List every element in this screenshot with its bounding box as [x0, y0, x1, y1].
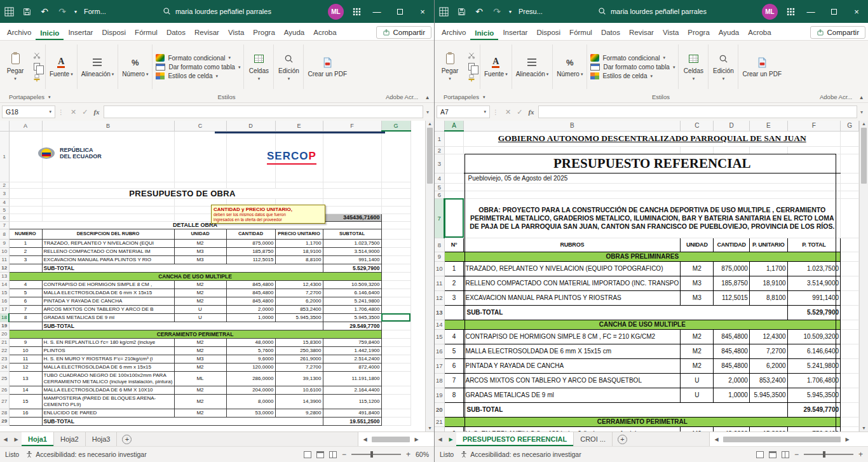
avatar[interactable]: ML	[328, 4, 344, 20]
share-button[interactable]: Compartir	[810, 26, 865, 39]
cell-precio[interactable]: 18,9100	[275, 247, 323, 255]
table-header[interactable]: N°	[444, 238, 464, 252]
cell-unidad[interactable]: U	[681, 373, 714, 388]
table-row[interactable]: 19 8 GRADAS METALICAS DE 9 ml U 1,0000 5…	[435, 388, 859, 402]
zoom-slider[interactable]	[804, 454, 853, 455]
cell-numero[interactable]: 4	[444, 329, 464, 344]
row-header[interactable]: 11	[435, 276, 444, 290]
row-header[interactable]: 16	[0, 297, 9, 305]
table-header[interactable]: CANTIDAD	[226, 229, 275, 239]
cell-descripcion[interactable]: ENLUCIDO DE PARED	[42, 409, 174, 417]
table-row[interactable]: 14 4 CONTRAPISO DE HORMIGON SIMPLE 8 CM …	[0, 280, 410, 289]
row-header[interactable]: 10	[435, 261, 444, 276]
cancel-icon[interactable]: ✕	[505, 108, 511, 116]
cell-unidad[interactable]: M2	[174, 409, 226, 417]
table-row[interactable]: 17 7 ARCOS MIXTOS CON TABLERO Y ARCO DE …	[0, 305, 410, 313]
cell-unidad[interactable]: ML	[174, 371, 226, 386]
row-header[interactable]: 6	[435, 191, 444, 198]
sheet-nav-right-icon[interactable]: ▶	[445, 432, 456, 446]
row-header[interactable]: 12	[0, 264, 9, 272]
column-header[interactable]: C	[681, 121, 714, 131]
cell-subtotal[interactable]: 1.706,4800	[323, 305, 381, 313]
cell-cantidad[interactable]: 1,0000	[714, 388, 750, 402]
cell-ptotal[interactable]: 1.706,4800	[787, 373, 840, 388]
table-header[interactable]: P. TOTAL	[787, 238, 840, 252]
cell-cantidad[interactable]: 845,4800	[226, 289, 275, 297]
section-header-row[interactable]: 9 OBRAS PRELIMINARES	[435, 252, 859, 261]
tab-archivo[interactable]: Archivo	[437, 25, 470, 40]
cell-numero[interactable]: 9	[444, 426, 464, 431]
cell-precio[interactable]: 12,4300	[275, 280, 323, 289]
cell-cantidad[interactable]: 845,4800	[714, 344, 750, 358]
cell-descripcion[interactable]: TRAZADO, REPLANTEO Y NIVELACION (EQUI	[42, 239, 174, 247]
quick-access-caret-icon[interactable]: ▾	[506, 9, 515, 15]
row-header[interactable]: 10	[0, 247, 9, 255]
row-header[interactable]: 29	[0, 417, 9, 425]
row-header[interactable]: 6	[0, 214, 9, 221]
cell-unidad[interactable]: M2	[174, 386, 226, 394]
cell-rubro[interactable]: MALLA ELECTROSOLDADA DE 6 mm X 15x15 cm	[464, 344, 681, 358]
cell-numero[interactable]: 8	[444, 388, 464, 402]
cell-rubro[interactable]: H. S. EN REPLANTILLO f'c= 180 kg/cm2 (in…	[464, 426, 681, 431]
tab-insertar[interactable]: Insertar	[498, 25, 532, 40]
row-header[interactable]: 16	[435, 344, 444, 358]
subtotal-row[interactable]: 13 SUB-TOTAL 5.529,7900	[435, 305, 859, 320]
tab-insertar[interactable]: Insertar	[64, 25, 97, 40]
enter-icon[interactable]: ✓	[517, 108, 522, 116]
cell-descripcion[interactable]: TUBO CUADRADO NEGRO DE 100x100x2mm PARA …	[42, 371, 174, 386]
cell-punitario[interactable]: 7,2700	[749, 344, 787, 358]
table-row[interactable]: 11 2 RELLENO COMPACTADO CON MATERIAL IMP…	[435, 276, 859, 290]
row-header[interactable]: 4	[0, 198, 9, 206]
cell-unidad[interactable]: M2	[681, 426, 714, 431]
horizontal-scrollbar[interactable]: ◀ ▶	[358, 432, 434, 446]
cell-numero[interactable]: 2	[9, 247, 42, 255]
table-header[interactable]: CANTIDAD	[714, 238, 750, 252]
cell-cantidad[interactable]: 185,8750	[226, 247, 275, 255]
cell-cantidad[interactable]: 8,0000	[226, 394, 275, 409]
row-header[interactable]: 20	[435, 402, 444, 417]
cell-numero[interactable]: 10	[9, 346, 42, 355]
cell-numero[interactable]: 5	[9, 289, 42, 297]
sheet-nav-right-icon[interactable]: ▶	[11, 432, 22, 446]
enter-icon[interactable]: ✓	[82, 108, 88, 116]
row-header[interactable]: 28	[0, 409, 9, 417]
table-row[interactable]: 15 4 CONTRAPISO DE HORMIGON SIMPLE 8 CM …	[435, 329, 859, 344]
sheet-tab-croi[interactable]: CROI ...	[574, 432, 613, 446]
cell-precio[interactable]: 853,2400	[275, 305, 323, 313]
alignment-group-button[interactable]: Alineación▾	[78, 42, 118, 92]
cell-unidad[interactable]: M2	[174, 394, 226, 409]
cell-numero[interactable]: 15	[9, 394, 42, 409]
cell-numero[interactable]: 4	[9, 280, 42, 289]
add-sheet-button[interactable]: +	[122, 435, 132, 444]
cell-punitario[interactable]: 6,2000	[749, 358, 787, 373]
tab-inicio[interactable]: Inicio	[470, 26, 498, 41]
zoom-in-icon[interactable]: +	[858, 450, 863, 459]
cell-unidad[interactable]: M2	[174, 280, 226, 289]
cell-numero[interactable]: 14	[9, 386, 42, 394]
horizontal-scrollbar[interactable]: ◀ ▶	[709, 432, 868, 446]
cell-punitario[interactable]: 5.945,3500	[749, 388, 787, 402]
row-header[interactable]: 13	[435, 305, 444, 320]
table-row[interactable]: 15 5 MALLA ELECTROSOLDADA DE 6 mm X 15x1…	[0, 289, 410, 297]
cell-styles-button[interactable]: Estilos de celda▾	[590, 72, 675, 79]
row-header[interactable]: 2	[435, 146, 444, 154]
tab-ayuda[interactable]: Ayuda	[714, 25, 743, 40]
table-row[interactable]: 28 16 ENLUCIDO DE PARED M2 53,0000 9,280…	[0, 409, 410, 417]
font-group-button[interactable]: A Fuente▾	[481, 42, 511, 92]
cell-subtotal[interactable]: 11.191,1800	[323, 371, 381, 386]
cell-unidad[interactable]: U	[174, 313, 226, 322]
cut-button[interactable]	[32, 51, 42, 60]
subtotal-row[interactable]: 29 SUB-TOTAL 19.551,2500	[0, 417, 410, 425]
excel-app-icon[interactable]	[0, 0, 18, 23]
sercop-logo[interactable]: SERCOP	[267, 150, 316, 165]
cell-numero[interactable]: 3	[444, 290, 464, 305]
row-header[interactable]: 5	[435, 183, 444, 191]
cell-numero[interactable]: 12	[9, 363, 42, 371]
cell-punitario[interactable]: 8,8100	[749, 290, 787, 305]
tab-revisar[interactable]: Revisar	[625, 25, 658, 40]
obra-paragraph[interactable]: OBRA: PROYECTO PARA LA CONSTRUCCIÓN DE C…	[464, 198, 841, 238]
row-header[interactable]: 24	[0, 363, 9, 371]
tab-formulas[interactable]: Fórmul	[130, 25, 162, 40]
cell-rubro[interactable]: PINTADA Y RAYADA DE CANCHA	[464, 358, 681, 373]
cell-punitario[interactable]: 15,8300	[749, 426, 787, 431]
